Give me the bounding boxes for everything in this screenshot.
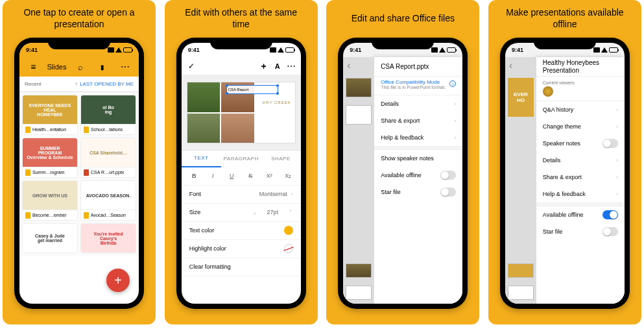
file-name: CSA R…ort.pptx [91, 170, 124, 175]
menu-item[interactable]: Speaker notes [536, 135, 625, 152]
overflow-icon[interactable] [287, 62, 296, 71]
wifi-icon [439, 47, 446, 53]
tab-shape[interactable]: SHAPE [261, 151, 300, 167]
menu-item[interactable]: Change theme [536, 118, 625, 135]
avatar[interactable] [543, 86, 553, 97]
file-card[interactable]: GROW WITH USBecome…ember [22, 180, 78, 221]
format-panel: TEXTPARAGRAPHSHAPE BIUSX²X₂ FontMontserr… [182, 150, 301, 276]
highlight-color-row[interactable]: Highlight color [182, 240, 301, 258]
back-icon[interactable] [509, 60, 512, 71]
chevron-right-icon [291, 191, 293, 197]
file-drawer: CSA Report.pptx Office Compatibility Mod… [374, 57, 462, 304]
menu-item[interactable]: Share & export [536, 169, 625, 186]
caption-4: Make presentations available offline [488, 6, 641, 38]
underline-button[interactable]: U [226, 173, 238, 179]
battery-icon [123, 47, 132, 53]
background-editor [343, 57, 374, 304]
toggle-offline[interactable] [440, 171, 456, 180]
status-time: 9:41 [26, 47, 38, 53]
file-card[interactable]: EVERYONE NEEDS HEAL HONEYBEEHealth…entat… [22, 95, 78, 135]
compatibility-notice[interactable]: Office Compatibility Mode This file is i… [374, 77, 462, 95]
format-tabs: TEXTPARAGRAPHSHAPE [182, 151, 301, 167]
menu-star-file[interactable]: Star file [374, 184, 462, 201]
caption-3: Edit and share Office files [340, 6, 466, 38]
search-icon[interactable] [71, 62, 89, 71]
panel-3: Edit and share Office files 9:41 CS [326, 0, 479, 324]
size-row[interactable]: Size⌄ 27pt ⌃ [182, 204, 301, 222]
chevron-right-icon [616, 157, 618, 164]
format-icon[interactable]: A [275, 62, 280, 70]
menu-item[interactable]: Q&A history [536, 101, 625, 118]
status-time: 9:41 [188, 47, 200, 53]
font-row[interactable]: FontMontserrat [182, 186, 301, 204]
status-time: 9:41 [512, 47, 523, 53]
slides-icon [25, 212, 30, 219]
sort-button[interactable]: LAST OPENED BY ME [75, 81, 134, 87]
filter-recent[interactable]: Recent [25, 81, 41, 87]
strikethrough-button[interactable]: S [244, 173, 257, 179]
file-drawer: Healthy Honeybees Presentation Current v… [536, 57, 625, 304]
bold-button[interactable]: B [188, 173, 200, 179]
toggle-star[interactable] [602, 227, 618, 236]
app-title: Slides [47, 63, 67, 71]
chevron-right-icon [616, 106, 618, 113]
menu-item[interactable]: Help & feedback [374, 129, 462, 146]
back-icon[interactable] [347, 60, 350, 71]
file-card[interactable]: Casey & Jude get married [22, 223, 78, 253]
overflow-icon[interactable] [117, 62, 134, 71]
chevron-right-icon [454, 134, 456, 141]
superscript-button[interactable]: X² [263, 173, 276, 179]
insert-icon[interactable] [259, 62, 268, 71]
menu-item[interactable]: Help & feedback [536, 186, 625, 202]
toggle-speaker-notes[interactable] [602, 139, 618, 148]
folder-icon[interactable] [94, 62, 112, 71]
wifi-icon [278, 47, 284, 53]
slide[interactable]: DRY CREEK CSA Report [187, 82, 296, 143]
chevron-right-icon [616, 174, 618, 180]
menu-star-file[interactable]: Star file [536, 223, 625, 240]
chevron-right-icon [616, 123, 618, 130]
menu-speaker-notes[interactable]: Show speaker notes [374, 150, 462, 167]
file-card[interactable]: ol Bo ingSchool…tations [80, 95, 136, 135]
toggle-offline[interactable] [602, 210, 618, 219]
slides-icon [84, 127, 89, 133]
text-color-row[interactable]: Text color [182, 222, 301, 240]
menu-available-offline[interactable]: Available offline [374, 167, 462, 184]
file-name: Become…ember [32, 213, 67, 217]
panel-2: Edit with others at the same time 9:41 A… [165, 0, 318, 324]
file-name: School…tations [91, 127, 123, 132]
fab-new[interactable]: + [106, 269, 130, 292]
drawer-title: CSA Report.pptx [374, 57, 462, 77]
file-card[interactable]: You're invited Casey's Birthda [80, 223, 136, 253]
tab-paragraph[interactable]: PARAGRAPH [221, 151, 261, 167]
menu-icon[interactable] [25, 62, 42, 71]
toggle-star[interactable] [440, 188, 456, 197]
phone-3: 9:41 CSA Report.pptx Office Compatibilit [338, 38, 468, 309]
drawer-title: Healthy Honeybees Presentation [536, 57, 625, 77]
slides-icon [25, 169, 30, 176]
caption-2: Edit with others at the same time [165, 6, 318, 38]
background-editor: EVER HO [505, 57, 536, 304]
menu-item[interactable]: Details [536, 152, 625, 169]
signal-icon [108, 47, 114, 53]
signal-icon [593, 47, 600, 53]
editor-canvas: DRY CREEK CSA Report [182, 75, 301, 150]
phone-4: 9:41 EVER HO Healthy Honeybees Presentat… [500, 38, 630, 309]
file-card[interactable]: AVOCADO SEASON.Avocad…Season [80, 180, 136, 221]
app-bar: Slides [19, 57, 139, 77]
wifi-icon [601, 47, 608, 53]
menu-available-offline[interactable]: Available offline [536, 206, 625, 223]
selected-textbox[interactable]: CSA Report [226, 85, 278, 94]
signal-icon [431, 47, 438, 53]
file-card[interactable]: CSA Sharehold…CSA R…ort.pptx [80, 138, 136, 178]
tab-text[interactable]: TEXT [182, 151, 221, 167]
clear-formatting-row[interactable]: Clear formatting [182, 258, 301, 276]
menu-item[interactable]: Share & export [374, 112, 462, 129]
phone-2: 9:41 A DRY CREEK CSA Report [176, 38, 306, 309]
current-viewers: Current viewers [536, 77, 625, 101]
done-icon[interactable] [187, 62, 196, 71]
italic-button[interactable]: I [207, 173, 219, 179]
subscript-button[interactable]: X₂ [282, 173, 294, 179]
file-card[interactable]: SUMMER PROGRAM Overview & ScheduleSumm…r… [22, 138, 78, 178]
menu-item[interactable]: Details [374, 95, 462, 112]
